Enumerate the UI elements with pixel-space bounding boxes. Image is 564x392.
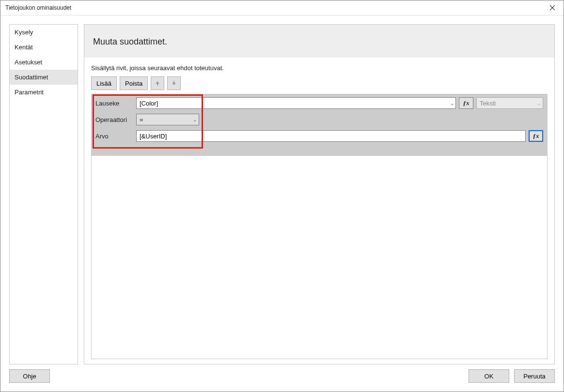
- filter-toolbar: Lisää Poista: [91, 76, 548, 90]
- sidebar: Kysely Kentät Asetukset Suodattimet Para…: [9, 24, 78, 364]
- arrow-up-icon: [155, 80, 160, 86]
- sidebar-item-suodattimet[interactable]: Suodattimet: [10, 70, 78, 85]
- window-title: Tietojoukon ominaisuudet: [5, 4, 71, 11]
- sidebar-item-kentat[interactable]: Kentät: [10, 40, 78, 55]
- dialog-body: Kysely Kentät Asetukset Suodattimet Para…: [0, 15, 564, 392]
- fx-icon: ƒx: [463, 99, 470, 107]
- add-button[interactable]: Lisää: [91, 76, 117, 90]
- type-select-value: Teksti: [480, 100, 496, 107]
- move-up-button[interactable]: [151, 76, 164, 90]
- filter-area-padding: [92, 146, 547, 155]
- ok-button[interactable]: OK: [469, 369, 509, 383]
- filter-operator-row: Operaattori = ⌄: [95, 114, 543, 125]
- value-fx-button[interactable]: ƒx: [529, 130, 543, 142]
- sidebar-item-kysely[interactable]: Kysely: [10, 25, 78, 40]
- sidebar-item-parametrit[interactable]: Parametrit: [10, 85, 78, 100]
- titlebar: Tietojoukon ominaisuudet: [0, 0, 564, 15]
- sidebar-item-label: Kentät: [15, 44, 33, 51]
- dialog-footer: Ohje OK Peruuta: [9, 364, 555, 383]
- operator-label: Operaattori: [95, 116, 133, 123]
- sidebar-item-asetukset[interactable]: Asetukset: [10, 55, 78, 70]
- expression-combo[interactable]: ⌄: [136, 97, 456, 109]
- sidebar-item-label: Kysely: [15, 29, 33, 36]
- dialog-window: Tietojoukon ominaisuudet Kysely Kentät A…: [0, 0, 564, 392]
- chevron-down-icon: ⌄: [537, 101, 541, 106]
- arrow-down-icon: [171, 80, 177, 86]
- sidebar-item-label: Parametrit: [15, 89, 44, 96]
- filter-list-area: [91, 156, 548, 359]
- filter-expression-row: Lauseke ⌄ ƒx Teksti: [95, 97, 543, 109]
- panel-heading: Muuta suodattimet.: [84, 25, 554, 58]
- filter-area: Lauseke ⌄ ƒx Teksti: [91, 94, 548, 156]
- help-button[interactable]: Ohje: [9, 369, 50, 383]
- type-select: Teksti ⌄: [476, 97, 543, 109]
- close-button[interactable]: [541, 0, 564, 15]
- move-down-button[interactable]: [167, 76, 181, 90]
- value-label: Arvo: [95, 133, 133, 140]
- close-icon: [550, 5, 555, 10]
- operator-select[interactable]: = ⌄: [136, 114, 199, 125]
- content-row: Kysely Kentät Asetukset Suodattimet Para…: [9, 24, 555, 364]
- value-input[interactable]: [136, 130, 526, 142]
- fx-icon: ƒx: [533, 132, 539, 140]
- sidebar-item-label: Suodattimet: [15, 74, 48, 81]
- filter-row: Lauseke ⌄ ƒx Teksti: [92, 94, 547, 146]
- expression-label: Lauseke: [95, 100, 133, 107]
- chevron-down-icon: ⌄: [193, 117, 197, 122]
- sidebar-item-label: Asetukset: [15, 59, 42, 66]
- filter-value-row: Arvo ƒx: [95, 130, 543, 142]
- expression-fx-button[interactable]: ƒx: [459, 97, 473, 109]
- main-panel: Muuta suodattimet. Sisällytä rivit, jois…: [84, 24, 555, 364]
- operator-select-value: =: [140, 116, 143, 123]
- cancel-button[interactable]: Peruuta: [514, 369, 555, 383]
- panel-content: Sisällytä rivit, joissa seuraavat ehdot …: [84, 58, 554, 364]
- instruction-text: Sisällytä rivit, joissa seuraavat ehdot …: [91, 64, 548, 72]
- remove-button[interactable]: Poista: [120, 76, 148, 90]
- expression-input[interactable]: [136, 97, 456, 109]
